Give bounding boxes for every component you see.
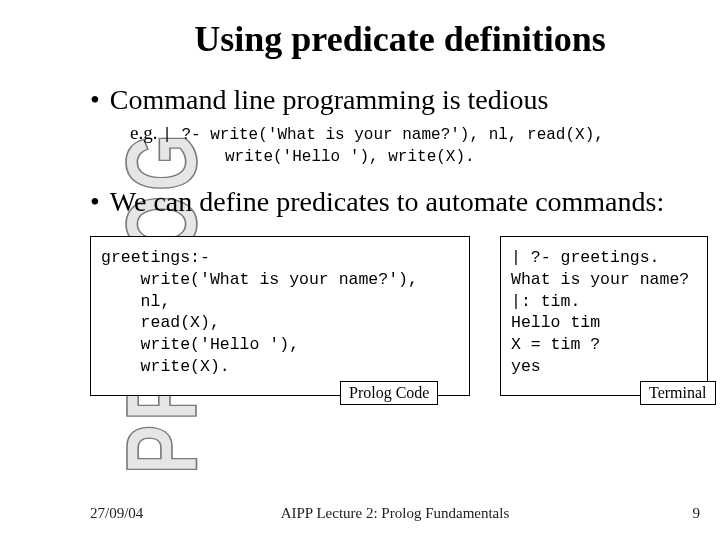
terminal-box: | ?- greetings. What is your name? |: ti…: [500, 236, 708, 396]
example-line-1: e.g. | ?- write('What is your name?'), n…: [90, 122, 710, 144]
example-line-2: write('Hello '), write(X).: [90, 148, 710, 166]
terminal-label: Terminal: [640, 381, 716, 405]
code-boxes-area: greetings:- write('What is your name?'),…: [90, 236, 710, 421]
prolog-code-label: Prolog Code: [340, 381, 438, 405]
example-code-1: | ?- write('What is your name?'), nl, re…: [162, 126, 604, 144]
prolog-code-box: greetings:- write('What is your name?'),…: [90, 236, 470, 396]
bullet-1: Command line programming is tedious: [90, 84, 710, 116]
bullet-2: We can define predicates to automate com…: [90, 186, 710, 218]
example-prefix: e.g.: [130, 122, 157, 143]
slide: PROLOG Using predicate definitions Comma…: [0, 0, 720, 540]
footer-center: AIPP Lecture 2: Prolog Fundamentals: [90, 505, 700, 522]
footer-page-number: 9: [693, 505, 701, 522]
slide-content: Using predicate definitions Command line…: [90, 0, 710, 540]
footer-date: 27/09/04: [90, 505, 143, 522]
slide-footer: 27/09/04 AIPP Lecture 2: Prolog Fundamen…: [90, 505, 700, 522]
slide-title: Using predicate definitions: [90, 18, 710, 60]
